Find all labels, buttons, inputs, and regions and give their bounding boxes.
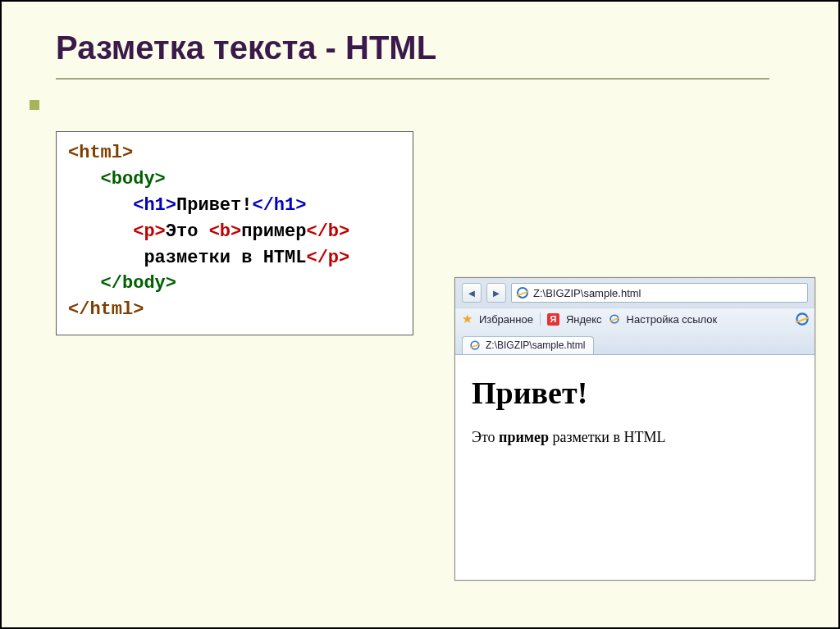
nav-back-button[interactable]: ◄ — [462, 283, 482, 303]
indent — [68, 221, 133, 242]
address-row: ◄ ► Z:\BIGZIP\sample.html — [455, 278, 815, 308]
rendered-heading: Привет! — [472, 375, 798, 411]
url-text: Z:\BIGZIP\sample.html — [533, 287, 641, 299]
p-text2: разметки в HTML — [144, 248, 306, 268]
arrow-left-icon: ◄ — [467, 287, 477, 299]
title-area: Разметка текста - HTML — [0, 0, 840, 88]
h1-content: Привет! — [176, 195, 252, 216]
tag-b-open: <b> — [209, 221, 242, 242]
ie-icon — [609, 314, 619, 323]
tag-p-close: </p> — [306, 248, 349, 268]
rendered-paragraph: Это пример разметки в HTML — [472, 429, 798, 446]
ie-icon — [796, 312, 808, 325]
tag-h1-close: </h1> — [252, 195, 306, 216]
tab-title: Z:\BIGZIP\sample.html — [486, 340, 585, 351]
code-example: <html> <body> <h1>Привет!</h1> <p>Это <b… — [56, 131, 413, 335]
separator — [540, 312, 541, 326]
rendered-text-after: разметки в HTML — [549, 429, 665, 445]
ie-icon — [470, 340, 479, 349]
star-icon: ★ — [462, 312, 472, 326]
slide-title: Разметка текста - HTML — [56, 30, 840, 66]
tag-h1-open: <h1> — [133, 195, 176, 216]
tag-body-close: </body> — [101, 273, 176, 294]
bullet-accent — [30, 100, 39, 110]
tag-html-open: <html> — [68, 143, 133, 163]
indent — [68, 248, 144, 268]
title-underline — [56, 78, 769, 80]
tag-html-close: </html> — [68, 299, 144, 320]
arrow-right-icon: ► — [491, 287, 502, 299]
indent — [68, 169, 101, 189]
address-bar[interactable]: Z:\BIGZIP\sample.html — [511, 283, 808, 303]
p-text: Это — [166, 221, 209, 242]
browser-chrome: ◄ ► Z:\BIGZIP\sample.html ★ Избранное Я … — [455, 278, 815, 355]
favorites-bar: ★ Избранное Я Яндекс Настройка ссылок — [455, 308, 815, 331]
indent — [68, 273, 101, 294]
yandex-icon: Я — [547, 313, 559, 326]
links-setup-link[interactable]: Настройка ссылок — [627, 313, 718, 326]
tag-p-open: <p> — [133, 221, 166, 242]
indent — [68, 195, 133, 216]
tag-body-open: <body> — [101, 169, 166, 189]
ie-icon — [517, 287, 528, 299]
favorites-label[interactable]: Избранное — [479, 313, 533, 326]
yandex-link[interactable]: Яндекс — [566, 313, 602, 326]
nav-forward-button[interactable]: ► — [486, 283, 506, 303]
tag-b-close: </b> — [306, 221, 349, 242]
tab-strip: Z:\BIGZIP\sample.html — [455, 331, 815, 354]
b-text: пример — [241, 221, 306, 242]
browser-tab[interactable]: Z:\BIGZIP\sample.html — [462, 336, 594, 354]
rendered-bold: пример — [499, 429, 549, 445]
rendered-page: Привет! Это пример разметки в HTML — [455, 355, 815, 575]
browser-window: ◄ ► Z:\BIGZIP\sample.html ★ Избранное Я … — [454, 277, 815, 581]
rendered-text-before: Это — [472, 429, 499, 445]
